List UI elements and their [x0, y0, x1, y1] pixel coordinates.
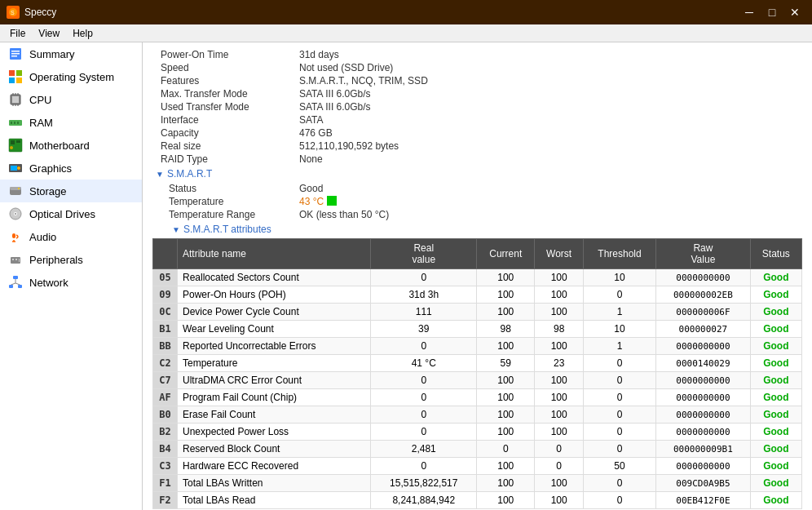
cell-status: Good [750, 424, 801, 441]
info-row-interface: Interface SATA [152, 114, 802, 126]
info-row-realsize: Real size 512,110,190,592 bytes [152, 140, 802, 152]
cell-id: 09 [153, 286, 178, 304]
cell-real: 8,241,884,942 [371, 492, 477, 509]
sidebar-item-summary[interactable]: Summary [0, 42, 142, 65]
sidebar-item-cpu[interactable]: CPU [0, 88, 142, 111]
cell-threshold: 10 [583, 321, 655, 338]
col-header-real: Realvalue [371, 239, 477, 269]
label-features: Features [152, 75, 299, 86]
cell-current: 100 [477, 389, 535, 406]
top-info: Power-On Time 31d days Speed Not used (S… [152, 49, 802, 165]
svg-rect-9 [16, 78, 22, 83]
sidebar-label-optical: Optical Drives [29, 208, 95, 220]
value-interface: SATA [299, 114, 324, 126]
label-raidtype: RAID Type [152, 153, 299, 165]
cell-threshold: 0 [583, 372, 655, 389]
cell-real: 2,481 [371, 441, 477, 458]
cell-real: 31d 3h [371, 286, 477, 304]
network-icon [8, 275, 23, 290]
cell-threshold: 0 [583, 389, 655, 406]
info-row-temp-range: Temperature Range OK (less than 50 °C) [152, 209, 802, 220]
cell-current: 0 [477, 441, 535, 458]
label-capacity: Capacity [152, 127, 299, 139]
cell-name: Reallocated Sectors Count [178, 269, 371, 286]
menu-file[interactable]: File [3, 26, 32, 41]
cell-threshold: 10 [583, 269, 655, 286]
cell-worst: 100 [535, 475, 583, 492]
smart-details: Status Good Temperature 43 °C Temperatur… [152, 183, 802, 220]
sidebar-label-ram: RAM [29, 117, 53, 129]
cell-real: 0 [371, 269, 477, 286]
cell-worst: 100 [535, 269, 583, 286]
cell-id: B2 [153, 424, 178, 441]
app-title: Speccy [24, 7, 56, 18]
cell-real: 0 [371, 458, 477, 475]
cell-threshold: 50 [583, 458, 655, 475]
sidebar-label-storage: Storage [29, 185, 67, 197]
menu-view[interactable]: View [32, 26, 66, 41]
cell-status: Good [750, 304, 801, 321]
maximize-button[interactable]: □ [761, 4, 783, 20]
cell-real: 0 [371, 406, 477, 424]
cell-name: Reported Uncorrectable Errors [178, 338, 371, 355]
label-temp-range: Temperature Range [152, 209, 299, 220]
ram-icon [8, 115, 23, 130]
cell-worst: 0 [535, 458, 583, 475]
smart-section-label: S.M.A.R.T [167, 168, 212, 180]
cell-id: 0C [153, 304, 178, 321]
svg-rect-3 [11, 51, 20, 52]
sidebar-item-network[interactable]: Network [0, 271, 142, 294]
cell-status: Good [750, 406, 801, 424]
cell-status: Good [750, 321, 801, 338]
table-row: 0C Device Power Cycle Count 111 100 100 … [153, 304, 802, 321]
svg-rect-4 [11, 53, 20, 55]
col-header-threshold: Threshold [583, 239, 655, 269]
sidebar-item-os[interactable]: Operating System [0, 65, 142, 88]
cell-raw: 0000000000 [656, 338, 751, 355]
value-raidtype: None [299, 153, 323, 165]
cell-current: 100 [477, 269, 535, 286]
cell-id: C3 [153, 458, 178, 475]
sidebar-item-peripherals[interactable]: Peripherals [0, 248, 142, 271]
sidebar-item-audio[interactable]: Audio [0, 225, 142, 248]
content-scroll[interactable]: Power-On Time 31d days Speed Not used (S… [143, 42, 812, 510]
sidebar-item-storage[interactable]: Storage [0, 180, 142, 202]
close-button[interactable]: ✕ [784, 4, 805, 20]
sidebar-item-motherboard[interactable]: Motherboard [0, 134, 142, 157]
storage-icon [8, 184, 23, 198]
cpu-icon [8, 92, 23, 107]
sidebar-item-ram[interactable]: RAM [0, 111, 142, 134]
cell-id: B1 [153, 321, 178, 338]
cell-threshold: 0 [583, 355, 655, 372]
svg-rect-20 [14, 122, 15, 124]
smart-attributes-link[interactable]: S.M.A.R.T attributes [183, 224, 271, 235]
svg-rect-23 [11, 140, 15, 144]
cell-id: 05 [153, 269, 178, 286]
info-row-maxtransfer: Max. Transfer Mode SATA III 6.0Gb/s [152, 88, 802, 100]
svg-rect-7 [16, 70, 22, 76]
label-maxtransfer: Max. Transfer Mode [152, 88, 299, 100]
col-header-worst: Worst [535, 239, 583, 269]
table-row: B0 Erase Fail Count 0 100 100 0 00000000… [153, 406, 802, 424]
svg-line-47 [15, 283, 20, 285]
smart-section-header[interactable]: ▼ S.M.A.R.T [152, 168, 802, 180]
cell-name: Device Power Cycle Count [178, 304, 371, 321]
cell-current: 100 [477, 492, 535, 509]
label-status: Status [152, 183, 299, 194]
col-header-status: Status [750, 239, 801, 269]
minimize-button[interactable]: ─ [739, 4, 760, 20]
cell-name: Program Fail Count (Chip) [178, 389, 371, 406]
cell-threshold: 0 [583, 286, 655, 304]
cell-real: 39 [371, 321, 477, 338]
menu-help[interactable]: Help [66, 26, 99, 41]
smart-attributes-header[interactable]: ▼ S.M.A.R.T attributes [172, 224, 802, 235]
title-bar: S Speccy ─ □ ✕ [0, 0, 812, 24]
info-row-powerontime: Power-On Time 31d days [152, 49, 802, 60]
sidebar-item-graphics[interactable]: Graphics [0, 157, 142, 180]
cell-raw: 000000009B1 [656, 441, 751, 458]
info-row-speed: Speed Not used (SSD Drive) [152, 62, 802, 73]
sidebar-item-optical[interactable]: Optical Drives [0, 202, 142, 225]
temperature-indicator [327, 196, 337, 206]
info-row-usedtransfer: Used Transfer Mode SATA III 6.0Gb/s [152, 101, 802, 113]
svg-line-46 [11, 283, 16, 285]
